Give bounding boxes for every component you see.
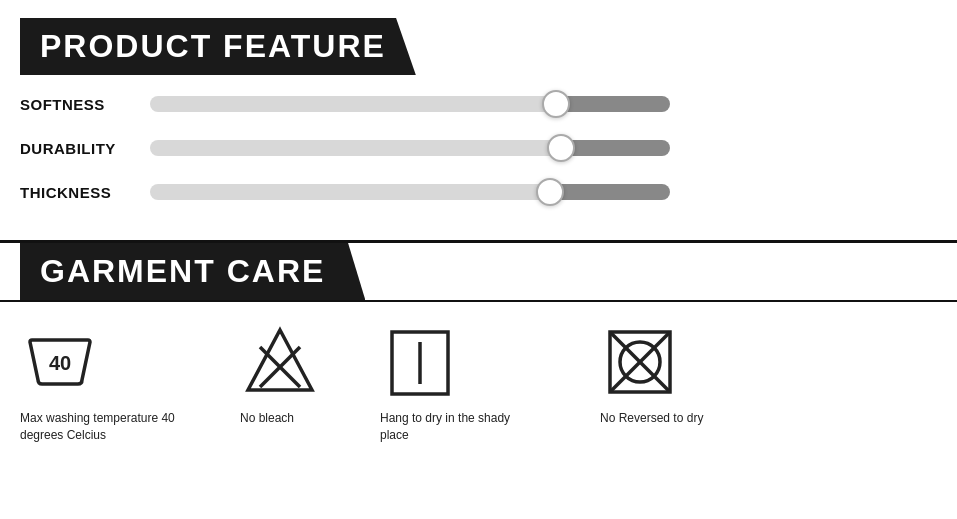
wash40-label: Max washing temperature 40 degrees Celci… bbox=[20, 410, 180, 444]
softness-track bbox=[150, 96, 670, 112]
svg-text:40: 40 bbox=[49, 352, 71, 374]
durability-slider-container bbox=[150, 137, 670, 159]
thickness-thumb[interactable] bbox=[536, 178, 564, 206]
care-icons-row: 40 Max washing temperature 40 degrees Ce… bbox=[0, 302, 957, 454]
features-container: SOFTNESS DURABILITY THICKNESS bbox=[0, 75, 957, 235]
no-bleach-icon bbox=[240, 322, 320, 402]
softness-label: SOFTNESS bbox=[20, 96, 130, 113]
softness-thumb[interactable] bbox=[542, 90, 570, 118]
hang-dry-shade-icon bbox=[380, 322, 460, 402]
thickness-slider-container bbox=[150, 181, 670, 203]
thickness-label: THICKNESS bbox=[20, 184, 130, 201]
care-icon-no-reversed-dry: No Reversed to dry bbox=[600, 322, 703, 427]
durability-thumb[interactable] bbox=[547, 134, 575, 162]
thickness-row: THICKNESS bbox=[20, 181, 917, 203]
wash-40-icon: 40 bbox=[20, 322, 100, 402]
no-reversed-dry-icon bbox=[600, 322, 680, 402]
care-icon-hang-dry: Hang to dry in the shady place bbox=[380, 322, 540, 444]
softness-slider-container bbox=[150, 93, 670, 115]
softness-row: SOFTNESS bbox=[20, 93, 917, 115]
garment-care-header: GARMENT CARE bbox=[20, 243, 365, 300]
product-feature-title: PRODUCT FEATURE bbox=[40, 28, 386, 65]
care-icon-no-bleach: No bleach bbox=[240, 322, 320, 427]
hang-dry-label: Hang to dry in the shady place bbox=[380, 410, 540, 444]
garment-care-title: GARMENT CARE bbox=[40, 253, 325, 290]
care-icon-wash40: 40 Max washing temperature 40 degrees Ce… bbox=[20, 322, 180, 444]
thickness-track bbox=[150, 184, 670, 200]
product-feature-section: PRODUCT FEATURE SOFTNESS DURABILITY THIC… bbox=[0, 0, 957, 235]
no-reversed-dry-label: No Reversed to dry bbox=[600, 410, 703, 427]
no-bleach-label: No bleach bbox=[240, 410, 294, 427]
durability-track bbox=[150, 140, 670, 156]
product-feature-header: PRODUCT FEATURE bbox=[20, 18, 416, 75]
garment-care-header-wrapper: GARMENT CARE bbox=[0, 240, 957, 300]
durability-label: DURABILITY bbox=[20, 140, 130, 157]
svg-marker-1 bbox=[248, 330, 312, 390]
garment-care-section: GARMENT CARE 40 Max washing temperature … bbox=[0, 240, 957, 454]
durability-row: DURABILITY bbox=[20, 137, 917, 159]
